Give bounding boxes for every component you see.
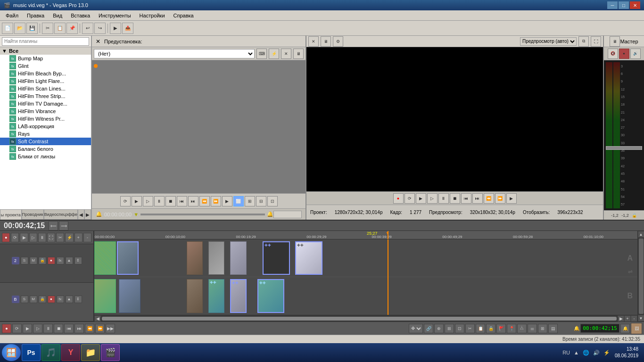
toolbar-paste[interactable]: 📌 <box>66 23 78 34</box>
taskbar-up-arrow[interactable]: ▲ <box>574 350 579 355</box>
effects-next-icon[interactable]: ⏩ <box>211 196 221 206</box>
tab-effects[interactable]: Видеоспецэффе <box>44 209 78 220</box>
track-loop[interactable]: ⟳ <box>11 233 19 242</box>
taskbar-yandex[interactable]: Y <box>61 344 80 361</box>
preset-monitor-icon[interactable]: 🖥 <box>293 49 304 59</box>
track-a-mute[interactable]: S <box>21 257 28 264</box>
edit-snap[interactable]: 🔗 <box>424 324 433 333</box>
effects-stop-icon[interactable]: ⏹ <box>165 196 176 206</box>
preview-play-alt-icon[interactable]: ▷ <box>427 193 438 204</box>
tl-ctrl-1[interactable]: ⟵ <box>49 221 58 230</box>
scroll-left-btn[interactable]: ◀ <box>94 315 101 322</box>
edit-cut[interactable]: ✂ <box>465 324 475 333</box>
track-zoom-out[interactable]: - <box>83 233 91 242</box>
effects-play-sel-icon[interactable]: ▶ <box>222 196 232 206</box>
preview-next-icon[interactable]: ⏭ <box>472 193 483 204</box>
edit-paste[interactable]: 📋 <box>476 324 485 333</box>
effects-progress-bar[interactable] <box>140 214 265 215</box>
vscroll-thumb[interactable] <box>639 239 644 314</box>
edit-expand[interactable]: ⊞ <box>538 324 547 333</box>
effects-play-alt-icon[interactable]: ▷ <box>143 196 153 206</box>
menu-view[interactable]: Вид <box>49 12 66 19</box>
plugin-hitfilm-scan[interactable]: fx HitFilm Scan Lines... <box>0 85 91 92</box>
toolbar-redo[interactable]: ↪ <box>94 23 106 34</box>
clip-a-3[interactable] <box>187 241 203 275</box>
edit-ripple-sel[interactable]: ⚌ <box>528 324 537 333</box>
track-split[interactable]: ✂ <box>56 233 64 242</box>
plugin-rays[interactable]: fx Rays <box>0 130 91 138</box>
clip-a-7[interactable]: ✚✚ <box>295 241 322 275</box>
edit-mode-select[interactable]: ✥ <box>409 324 423 333</box>
toolbar-open[interactable]: 📂 <box>14 23 25 34</box>
transport-loop[interactable]: ⟳ <box>12 324 22 333</box>
clip-b-2[interactable] <box>119 279 140 313</box>
tl-ctrl-2[interactable]: ⟶ <box>59 221 68 230</box>
track-play[interactable]: ▶ <box>20 233 28 242</box>
taskbar-spotify[interactable]: 🎵 <box>41 344 60 361</box>
toolbar-new[interactable]: 📄 <box>2 23 13 34</box>
track-a-expand[interactable]: ▲ <box>66 257 73 264</box>
taskbar-volume-icon[interactable]: 🔊 <box>593 350 600 356</box>
edit-flag[interactable]: 🚩 <box>496 324 506 333</box>
transport-slow-back[interactable]: ⏪ <box>85 324 94 333</box>
preview-pause-icon[interactable]: ⏸ <box>438 193 449 204</box>
transport-play[interactable]: ▶ <box>23 324 32 333</box>
track-play-sel[interactable]: ▷ <box>29 233 37 242</box>
preview-prev-icon[interactable]: ⏮ <box>461 193 471 204</box>
preview-play-to-end-icon[interactable]: ▶ <box>506 193 517 204</box>
clip-a-6[interactable]: ✚✚ <box>263 241 290 275</box>
track-zoom-in[interactable]: + <box>74 233 83 242</box>
tab-scroll-left[interactable]: ◀ <box>78 209 84 220</box>
minimize-button[interactable]: ─ <box>607 1 618 9</box>
preview-prev-frame-icon[interactable]: ⏪ <box>484 193 494 204</box>
track-b-solo[interactable]: M <box>30 296 37 303</box>
taskbar-photoshop[interactable]: Ps <box>22 344 41 361</box>
master-monitor-icon[interactable]: 🖥 <box>610 36 620 47</box>
effects-pause-icon[interactable]: ⏸ <box>154 196 165 206</box>
plugin-bump-map[interactable]: fx Bump Map <box>0 55 91 62</box>
transport-slow-fwd[interactable]: ⏩ <box>95 324 105 333</box>
transport-stop[interactable]: ⏹ <box>54 324 63 333</box>
track-expand[interactable]: ⛶ <box>47 233 55 242</box>
maximize-button[interactable]: □ <box>619 1 629 9</box>
search-input[interactable] <box>2 37 89 46</box>
effects-mute-icon[interactable]: ⊟ <box>256 196 266 206</box>
transport-record[interactable]: ● <box>2 324 11 333</box>
track-b-lock[interactable]: 🔒 <box>39 296 46 303</box>
preview-settings-icon[interactable]: ⚙ <box>333 36 343 47</box>
preview-stop-icon[interactable]: ⏹ <box>450 193 460 204</box>
clip-b-1[interactable] <box>94 279 116 313</box>
track-speed[interactable]: ⚡ <box>65 233 73 242</box>
timeline-scrollbar-thumb[interactable] <box>102 317 617 321</box>
toolbar-render[interactable]: ▶ <box>110 23 121 34</box>
plugin-hitfilm-tv[interactable]: fx HitFilm TV Damage... <box>0 100 91 107</box>
track-add-video[interactable]: ● <box>2 233 10 242</box>
track-a-fx[interactable]: fx <box>57 257 64 264</box>
edit-split[interactable]: ⧊ <box>517 324 527 333</box>
effects-play-icon[interactable]: ▶ <box>132 196 142 206</box>
close-button[interactable]: ✕ <box>630 1 640 9</box>
edit-marker[interactable]: 📍 <box>507 324 516 333</box>
plugin-lab[interactable]: fx LAB-коррекция <box>0 123 91 130</box>
effects-speaker-icon[interactable]: ⊡ <box>267 196 278 206</box>
taskbar-explorer[interactable]: 📁 <box>81 344 100 361</box>
toolbar-undo[interactable]: ↩ <box>82 23 93 34</box>
edit-thumb[interactable]: ▤ <box>548 324 558 333</box>
effects-zoom-icon[interactable]: ⊞ <box>245 196 255 206</box>
track-b-move[interactable]: ⇕ <box>74 296 82 303</box>
tab-scroll-right[interactable]: ▶ <box>84 209 91 220</box>
preview-expand-icon[interactable]: ⛶ <box>591 36 601 47</box>
plugin-glint[interactable]: fx Glint <box>0 62 91 70</box>
vscroll-up-btn[interactable]: ▲ <box>638 231 644 238</box>
bottom-timecode-icon[interactable]: 🔔 <box>620 324 630 333</box>
preview-copy-icon[interactable]: ⧉ <box>578 36 589 47</box>
effects-loop-icon[interactable]: ⬜ <box>233 196 244 206</box>
preview-next-frame-icon[interactable]: ⏩ <box>495 193 505 204</box>
scroll-end-btn[interactable]: + <box>624 315 631 322</box>
transport-play-sel[interactable]: ▷ <box>33 324 42 333</box>
preset-lightning-icon[interactable]: ⚡ <box>269 49 279 59</box>
track-b-mute[interactable]: S <box>21 296 28 303</box>
toolbar-copy[interactable]: 📋 <box>54 23 66 34</box>
menu-settings[interactable]: Настройки <box>136 12 169 19</box>
master-lock-icon[interactable]: 🔒 <box>632 213 637 218</box>
